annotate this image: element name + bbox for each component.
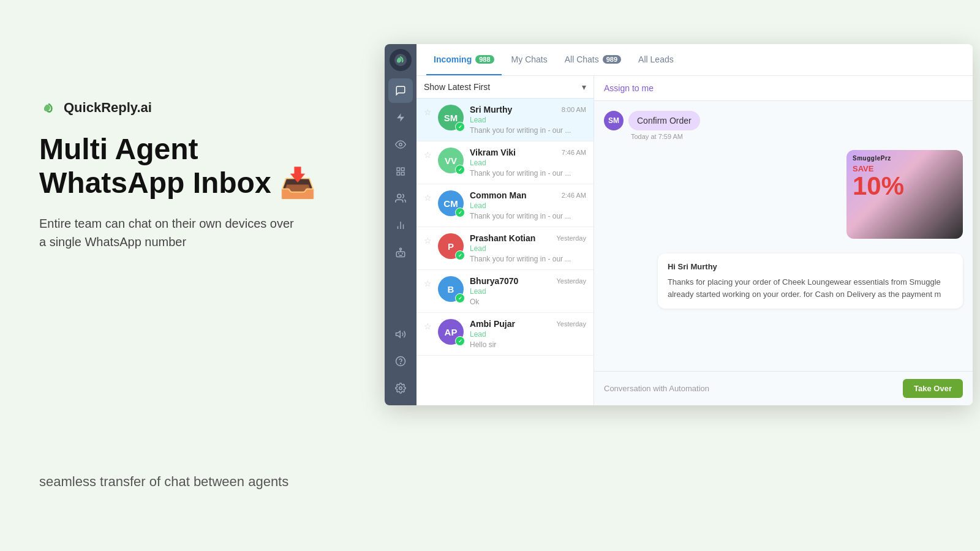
chat-info: Prashant Kotian Yesterday Lead Thank you… (470, 233, 586, 263)
svg-rect-4 (397, 168, 400, 171)
sidebar-item-grid[interactable] (388, 159, 413, 184)
automation-label: Conversation with Automation (604, 384, 709, 393)
filter-chevron-icon: ▾ (582, 82, 586, 92)
chat-preview: Hello sir (470, 340, 586, 349)
star-icon[interactable]: ☆ (424, 107, 432, 117)
sidebar-item-eye[interactable] (388, 132, 413, 157)
whatsapp-badge: ✓ (455, 122, 465, 132)
svg-point-21 (399, 387, 402, 390)
promo-brand: SmugglePrz (853, 155, 891, 162)
main-content: Incoming 988 My Chats All Chats 989 All … (417, 44, 973, 405)
avatar: B ✓ (438, 276, 464, 302)
chat-header-row: Sri Murthy 8:00 AM (470, 105, 586, 114)
tab-all-chats[interactable]: All Chats 989 (557, 44, 628, 75)
chat-tag: Lead (470, 330, 586, 339)
automation-bar: Conversation with Automation Take Over (594, 371, 973, 405)
logo-icon (39, 98, 59, 118)
sidebar-item-users[interactable] (388, 186, 413, 211)
message-timestamp: Today at 7:59 AM (628, 133, 700, 140)
chat-preview: Thank you for writing in - our ... (470, 255, 586, 263)
svg-rect-7 (401, 172, 404, 175)
message-container: SM Confirm Order Today at 7:59 AM (604, 111, 963, 140)
contact-avatar: SM (604, 111, 624, 130)
chat-name: Common Man (470, 190, 527, 200)
promo-discount: 10% (853, 173, 904, 199)
chat-info: Ambi Pujar Yesterday Lead Hello sir (470, 319, 586, 349)
sidebar (385, 44, 417, 405)
tab-incoming[interactable]: Incoming 988 (426, 44, 502, 75)
whatsapp-badge: ✓ (455, 250, 465, 260)
take-over-button[interactable]: Take Over (903, 379, 963, 398)
svg-point-3 (399, 143, 402, 146)
avatar: SM ✓ (438, 105, 464, 130)
tab-all-chats-label: All Chats (565, 54, 599, 64)
chat-name: Vikram Viki (470, 148, 516, 157)
chat-header-row: Common Man 2:46 AM (470, 190, 586, 200)
sidebar-item-settings[interactable] (388, 376, 413, 400)
logo-container: QuickReply.ai (39, 98, 345, 118)
tab-incoming-label: Incoming (434, 54, 472, 64)
tab-bar: Incoming 988 My Chats All Chats 989 All … (417, 44, 973, 76)
bottom-tagline: seamless transfer of chat between agents (39, 474, 288, 490)
message-bubble: Confirm Order (628, 111, 700, 130)
chat-header-row: Prashant Kotian Yesterday (470, 233, 586, 243)
svg-point-13 (400, 248, 402, 250)
chat-time: 7:46 AM (562, 149, 586, 156)
svg-rect-12 (396, 252, 405, 257)
tab-my-chats[interactable]: My Chats (504, 44, 555, 75)
tab-incoming-badge: 988 (475, 55, 494, 64)
chat-item[interactable]: ☆ AP ✓ Ambi Pujar Yesterday Lead Hello s… (417, 313, 594, 356)
chat-item[interactable]: ☆ SM ✓ Sri Murthy 8:00 AM Lead Thank you… (417, 99, 594, 141)
chat-name: Sri Murthy (470, 105, 512, 114)
chat-time: 2:46 AM (562, 192, 586, 199)
chat-list-panel: Show Latest First ▾ ☆ SM ✓ Sri Murthy (417, 76, 594, 405)
chat-filter[interactable]: Show Latest First ▾ (417, 76, 594, 99)
svg-rect-5 (401, 168, 404, 171)
chat-preview: Thank you for writing in - our ... (470, 169, 586, 178)
chat-name: Ambi Pujar (470, 319, 515, 329)
headline: Multi Agent WhatsApp Inbox 📥 (39, 132, 345, 200)
content-panels: Show Latest First ▾ ☆ SM ✓ Sri Murthy (417, 76, 973, 405)
chat-header-row: Vikram Viki 7:46 AM (470, 148, 586, 157)
chat-item[interactable]: ☆ VV ✓ Vikram Viki 7:46 AM Lead Thank yo… (417, 141, 594, 184)
star-icon[interactable]: ☆ (424, 321, 432, 331)
sidebar-item-chat[interactable] (388, 78, 413, 103)
chat-item[interactable]: ☆ B ✓ Bhurya7070 Yesterday Lead Ok (417, 270, 594, 313)
chat-detail-panel: Assign to me SM Confirm Order Today at 7… (594, 76, 973, 405)
chat-info: Sri Murthy 8:00 AM Lead Thank you for wr… (470, 105, 586, 135)
star-icon[interactable]: ☆ (424, 193, 432, 203)
whatsapp-badge: ✓ (455, 165, 465, 174)
sidebar-item-lightning[interactable] (388, 105, 413, 130)
chat-time: Yesterday (556, 320, 586, 328)
chat-messages: SM Confirm Order Today at 7:59 AM Smuggl… (594, 101, 973, 371)
app-window: Incoming 988 My Chats All Chats 989 All … (385, 44, 973, 405)
sidebar-item-megaphone[interactable] (388, 322, 413, 347)
star-icon[interactable]: ☆ (424, 279, 432, 288)
promo-card-container: SmugglePrz SAVE 10% (604, 150, 963, 239)
marketing-section: QuickReply.ai Multi Agent WhatsApp Inbox… (39, 98, 345, 251)
whatsapp-badge: ✓ (455, 336, 465, 346)
avatar: CM ✓ (438, 190, 464, 216)
avatar: VV ✓ (438, 148, 464, 173)
chat-header-row: Bhurya7070 Yesterday (470, 276, 586, 286)
avatar: P ✓ (438, 233, 464, 259)
chat-time: 8:00 AM (562, 106, 586, 113)
chat-tag: Lead (470, 287, 586, 296)
sidebar-item-bot[interactable] (388, 240, 413, 264)
chat-info: Common Man 2:46 AM Lead Thank you for wr… (470, 190, 586, 220)
chat-tag: Lead (470, 159, 586, 167)
whatsapp-badge: ✓ (455, 293, 465, 303)
tab-my-chats-label: My Chats (511, 54, 548, 64)
svg-marker-2 (397, 113, 404, 121)
star-icon[interactable]: ☆ (424, 236, 432, 246)
chat-item[interactable]: ☆ CM ✓ Common Man 2:46 AM Lead Thank you… (417, 184, 594, 227)
company-message-container: Hi Sri Murthy Thanks for placing your or… (604, 249, 963, 313)
star-icon[interactable]: ☆ (424, 150, 432, 160)
tab-all-leads[interactable]: All Leads (631, 44, 681, 75)
promo-card: SmugglePrz SAVE 10% (846, 150, 963, 239)
assign-to-me-button[interactable]: Assign to me (604, 83, 654, 93)
sidebar-item-chart[interactable] (388, 213, 413, 238)
whatsapp-badge: ✓ (455, 208, 465, 217)
sidebar-item-help[interactable] (388, 349, 413, 373)
chat-item[interactable]: ☆ P ✓ Prashant Kotian Yesterday Lead Tha… (417, 227, 594, 270)
